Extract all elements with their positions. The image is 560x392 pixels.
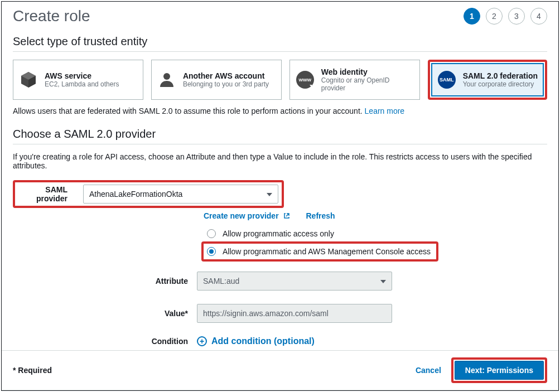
entity-subtitle: Cognito or any OpenID provider bbox=[321, 76, 414, 92]
entity-web-identity[interactable]: WWW Web identity Cognito or any OpenID p… bbox=[289, 60, 420, 100]
section-provider-title: Choose a SAML 2.0 provider bbox=[13, 128, 547, 144]
label-value: Value* bbox=[13, 309, 197, 318]
entity-subtitle: EC2, Lambda and others bbox=[45, 80, 119, 88]
next-permissions-button[interactable]: Next: Permissions bbox=[455, 361, 544, 380]
entity-aws-service[interactable]: AWS service EC2, Lambda and others bbox=[13, 60, 143, 100]
saml-provider-select[interactable]: AthenaLakeFormationOkta bbox=[83, 185, 278, 204]
step-1[interactable]: 1 bbox=[464, 8, 480, 25]
cancel-button[interactable]: Cancel bbox=[416, 366, 441, 375]
attribute-select[interactable]: SAML:aud bbox=[197, 272, 392, 291]
step-4[interactable]: 4 bbox=[530, 8, 547, 25]
row-condition: Condition + Add condition (optional) bbox=[13, 336, 547, 346]
radio-icon-checked bbox=[207, 247, 216, 256]
label-attribute: Attribute bbox=[13, 277, 197, 285]
highlight-saml-provider: SAML provider AthenaLakeFormationOkta bbox=[13, 180, 284, 208]
learn-more-link[interactable]: Learn more bbox=[365, 107, 405, 115]
svg-point-0 bbox=[163, 73, 170, 80]
entity-description: Allows users that are federated with SAM… bbox=[13, 107, 547, 115]
highlight-next-button: Next: Permissions bbox=[451, 357, 547, 383]
entity-subtitle: Your corporate directory bbox=[463, 80, 538, 88]
page-title: Create role bbox=[13, 7, 90, 25]
access-radio-group: Allow programmatic access only Allow pro… bbox=[204, 226, 547, 262]
label-saml-provider: SAML provider bbox=[18, 185, 76, 203]
radio-programmatic-and-console[interactable]: Allow programmatic and AWS Management Co… bbox=[204, 244, 436, 259]
footer: * Required Cancel Next: Permissions bbox=[2, 350, 558, 390]
row-saml-provider: SAML provider AthenaLakeFormationOkta bbox=[13, 180, 547, 208]
entity-title: Another AWS account bbox=[183, 71, 269, 80]
entity-subtitle: Belonging to you or 3rd party bbox=[183, 80, 269, 88]
add-condition-link[interactable]: + Add condition (optional) bbox=[197, 336, 315, 346]
entity-title: SAML 2.0 federation bbox=[463, 71, 538, 80]
refresh-link[interactable]: Refresh bbox=[306, 211, 335, 220]
highlight-radio-console: Allow programmatic and AWS Management Co… bbox=[201, 241, 438, 262]
header: Create role 1 2 3 4 bbox=[13, 7, 547, 25]
row-value: Value* bbox=[13, 304, 547, 323]
entity-title: Web identity bbox=[321, 67, 414, 76]
provider-description: If you're creating a role for API access… bbox=[13, 152, 547, 170]
section-entity-title: Select type of trusted entity bbox=[13, 35, 547, 52]
label-condition: Condition bbox=[13, 337, 197, 346]
required-note: * Required bbox=[13, 366, 52, 375]
plus-icon: + bbox=[197, 336, 207, 346]
radio-icon bbox=[207, 229, 216, 238]
row-attribute: Attribute SAML:aud bbox=[13, 272, 547, 291]
create-new-provider-link[interactable]: Create new provider bbox=[204, 211, 289, 220]
entity-another-account[interactable]: Another AWS account Belonging to you or … bbox=[151, 60, 282, 100]
www-icon: WWW bbox=[296, 70, 315, 89]
saml-icon: SAML bbox=[437, 70, 456, 89]
highlight-saml-entity: SAML SAML 2.0 federation Your corporate … bbox=[428, 60, 547, 100]
entity-title: AWS service bbox=[45, 71, 119, 80]
wizard-steps: 1 2 3 4 bbox=[464, 8, 547, 25]
entity-saml-federation[interactable]: SAML SAML 2.0 federation Your corporate … bbox=[431, 63, 544, 96]
external-link-icon bbox=[283, 212, 289, 219]
value-input[interactable] bbox=[197, 304, 392, 323]
provider-links: Create new provider Refresh bbox=[204, 211, 547, 220]
step-3[interactable]: 3 bbox=[508, 8, 525, 25]
entity-cards: AWS service EC2, Lambda and others Anoth… bbox=[13, 60, 547, 100]
person-icon bbox=[157, 70, 176, 89]
radio-programmatic-only[interactable]: Allow programmatic access only bbox=[204, 226, 547, 241]
create-role-page: Create role 1 2 3 4 Select type of trust… bbox=[1, 1, 559, 391]
step-2[interactable]: 2 bbox=[486, 8, 503, 25]
cube-icon bbox=[19, 70, 38, 89]
